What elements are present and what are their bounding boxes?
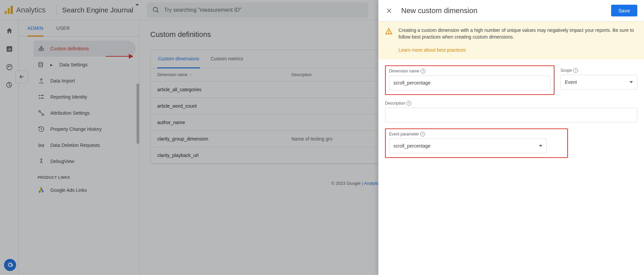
label-event-parameter: Event parameter? [389, 132, 564, 136]
help-icon[interactable]: ? [420, 132, 425, 136]
sheet-title: New custom dimension [401, 6, 604, 15]
new-dimension-sheet: New custom dimension Save Creating a cus… [378, 0, 644, 275]
description-input[interactable] [385, 108, 637, 122]
event-parameter-select[interactable]: scroll_percentage [389, 139, 547, 153]
help-icon[interactable]: ? [421, 69, 425, 73]
warning-text: Creating a custom dimension with a high … [398, 28, 634, 40]
save-button[interactable]: Save [611, 5, 637, 16]
warning-icon [385, 28, 392, 35]
help-icon[interactable]: ? [407, 101, 411, 106]
scope-select[interactable]: Event [560, 75, 637, 90]
highlight-dimension-name: Dimension name? [385, 65, 554, 95]
help-icon[interactable]: ? [573, 68, 578, 73]
label-scope: Scope? [560, 68, 637, 73]
svg-point-24 [388, 33, 389, 33]
close-icon [386, 7, 392, 14]
highlight-event-parameter: Event parameter? scroll_percentage [385, 128, 568, 158]
warning-banner: Creating a custom dimension with a high … [378, 21, 644, 59]
dimension-name-input[interactable] [389, 75, 550, 90]
warning-link[interactable]: Learn more about best practices [398, 47, 637, 53]
close-button[interactable] [385, 7, 393, 15]
label-dimension-name: Dimension name? [389, 69, 550, 73]
label-description: Description? [385, 101, 637, 106]
chevron-down-icon [630, 81, 633, 83]
chevron-down-icon [539, 145, 542, 147]
